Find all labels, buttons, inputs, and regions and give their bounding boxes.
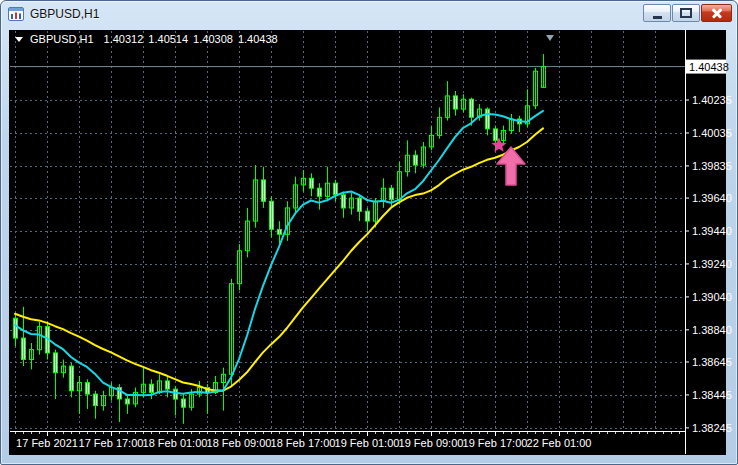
maximize-button[interactable] xyxy=(672,4,700,22)
symbol-dropdown-icon[interactable] xyxy=(15,37,23,42)
ohlc-close: 1.40438 xyxy=(238,33,278,45)
minimize-button[interactable] xyxy=(643,4,671,22)
chart-client-area[interactable] xyxy=(9,30,726,455)
minimize-icon xyxy=(653,16,662,19)
close-button[interactable] xyxy=(701,4,732,22)
window-controls xyxy=(643,4,732,22)
ohlc-symbol: GBPUSD,H1 xyxy=(30,33,94,45)
close-icon xyxy=(711,8,723,18)
maximize-icon xyxy=(680,8,692,18)
app-icon xyxy=(8,7,24,21)
titlebar[interactable]: GBPUSD,H1 xyxy=(1,1,737,26)
window-title: GBPUSD,H1 xyxy=(30,7,99,21)
chart-window: GBPUSD,H1 1.402351.400351.398351.396401.… xyxy=(0,0,738,465)
ohlc-low: 1.40308 xyxy=(193,33,233,45)
ohlc-open: 1.40312 xyxy=(104,33,144,45)
ohlc-high: 1.40514 xyxy=(148,33,188,45)
ohlc-header: GBPUSD,H1 1.40312 1.40514 1.40308 1.4043… xyxy=(15,33,283,45)
